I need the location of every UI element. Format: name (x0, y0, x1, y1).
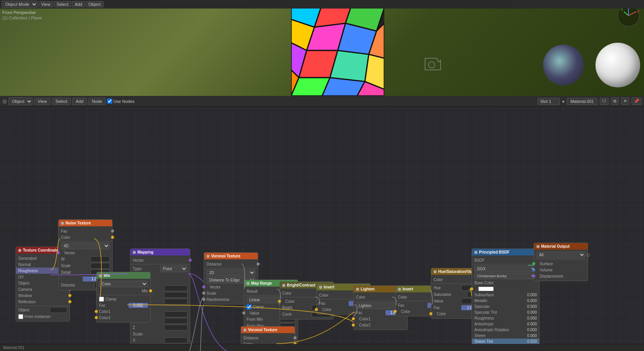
hs-color-in-socket[interactable] (429, 312, 432, 315)
principled-bsdf-node[interactable]: Principled BSDF BSDF GGX Christensen-Bur… (472, 248, 540, 351)
node-canvas[interactable]: Texture Coordinate Generated Normal Roug… (0, 107, 644, 351)
mo-surface-socket[interactable] (532, 262, 535, 265)
nt-scale-row: Scale 2.210 (59, 262, 112, 269)
nt-fac-socket[interactable] (111, 229, 114, 233)
mix-color1-socket[interactable] (95, 310, 98, 313)
pb-subsurface-method[interactable]: Christensen-Burley (474, 273, 537, 279)
lt-color2-socket[interactable] (352, 323, 355, 327)
tc-from-instancer-check[interactable] (18, 314, 23, 319)
node-editor: ⊙ Object View Select Add Node Use Nodes … (0, 96, 644, 351)
nt-color-socket[interactable] (111, 236, 114, 239)
v1-dim-select[interactable]: 2D (207, 269, 255, 276)
tc-object-input[interactable] (50, 307, 67, 313)
pb-subsurface-method-row: Christensen-Burley (472, 273, 539, 280)
mapping-rot-x[interactable]: 0° (164, 311, 187, 317)
voronoi2-header: Voronoi Texture (241, 327, 295, 333)
mr-value-socket[interactable] (242, 311, 245, 315)
v1-rand-socket[interactable] (202, 298, 205, 301)
pin-btn[interactable]: 📌 (632, 97, 642, 105)
nt-w-input[interactable]: 0.000 (90, 256, 110, 262)
mapping-loc-y[interactable]: 0 cm (164, 292, 187, 298)
slot-select[interactable]: Slot 1 (538, 98, 560, 105)
mapping-type-select[interactable]: Point (160, 266, 187, 272)
mix-out-socket[interactable] (149, 289, 152, 292)
view-button[interactable]: View (38, 1, 53, 7)
add-button-top[interactable]: Add (72, 1, 85, 7)
pb-bsdf-out-row: BSDF (472, 257, 539, 263)
viewport-perspective-label: Front Perspective (2, 10, 36, 15)
lt-color1-socket[interactable] (352, 317, 355, 320)
mo-displacement-socket[interactable] (532, 275, 535, 278)
nt-scale-input[interactable]: 2.210 (90, 263, 110, 269)
top-toolbar: Object Mode View Select Add Object (0, 0, 644, 9)
viewport-collection-label: (1) Collection | Plane (2, 16, 42, 20)
mix-body: Color Mix Clamp Fac Color1 (97, 279, 150, 322)
v1-vector-socket[interactable] (202, 285, 205, 288)
svg-point-26 (429, 62, 435, 68)
nt-dimension-select[interactable]: 4D (61, 243, 110, 249)
node-dot (61, 222, 64, 225)
mix-out-row: Mix (97, 288, 150, 294)
material-name-button[interactable]: Material.001 (567, 98, 597, 105)
use-nodes-checkbox[interactable] (107, 99, 112, 104)
mo-displacement-row: Displacement (534, 273, 588, 279)
node-dot (356, 288, 359, 291)
pb-base-color-socket[interactable] (470, 287, 473, 290)
unlink-material-btn[interactable]: ✕ (621, 97, 629, 105)
bc-color-in-socket[interactable] (278, 300, 281, 303)
mapping-loc-z[interactable]: 0 cm (164, 299, 187, 304)
node-node-button[interactable]: Node (89, 98, 106, 105)
mix-color1-row: Color1 (97, 308, 150, 315)
top-viewport: Object Mode View Select Add Object Front… (0, 0, 644, 96)
mapping-vector-out-socket[interactable] (189, 259, 192, 262)
nt-color-row: Color (59, 234, 112, 240)
mapping-rot-z-row: Z 0° (130, 324, 190, 331)
mapping-loc-x[interactable]: 0 cm (164, 285, 187, 291)
nt-w-row: W 0.000 (59, 256, 112, 262)
copy-material-btn[interactable]: ⧉ (611, 97, 619, 105)
voronoi1-header: Voronoi Texture (204, 253, 258, 259)
mix-type-select[interactable]: Color (99, 281, 148, 287)
nt-fac-row: Fac (59, 228, 112, 234)
node-add-button[interactable]: Add (72, 98, 87, 105)
pb-specular-tint-row: Specular Tint 0.000 (472, 309, 539, 315)
nt-vector-socket[interactable] (57, 251, 60, 254)
mix-color2-socket[interactable] (95, 316, 98, 319)
pb-anisotropic-rot-row: Anisotropic Rotation 0.000 (472, 327, 539, 333)
mapping-rot-y[interactable]: 0° (164, 318, 187, 324)
object-button[interactable]: Object (86, 1, 104, 7)
mix-type-row: Color (97, 280, 150, 288)
mix-fac-input[interactable] (128, 303, 148, 308)
mr-clamp-check[interactable] (246, 304, 252, 309)
status-bar: Material.001 (0, 344, 644, 351)
inv1-color-in-socket[interactable] (315, 308, 318, 311)
tc-window-socket[interactable] (68, 294, 71, 297)
node-view-button[interactable]: View (34, 98, 50, 105)
node-dot (398, 288, 401, 291)
v2-distance-socket[interactable] (293, 336, 297, 339)
object-mode-select[interactable]: Object Mode (2, 1, 38, 8)
v1-distance-socket[interactable] (257, 262, 260, 266)
use-nodes-toggle[interactable]: Use Nodes (107, 99, 134, 104)
pb-base-color-swatch[interactable] (478, 287, 494, 291)
mix-clamp-check[interactable] (99, 297, 104, 302)
mo-volume-socket[interactable] (532, 268, 535, 271)
mapping-scale-x[interactable]: 1.000 (164, 337, 187, 343)
mapping-rot-z[interactable]: 0° (164, 325, 187, 330)
mo-surface-row: Surface (534, 261, 588, 267)
editor-type-select[interactable]: Object (9, 97, 33, 105)
shield-icon-btn[interactable]: 🛡 (600, 98, 609, 105)
mo-target-select[interactable]: All (536, 252, 585, 258)
v1-scale-socket[interactable] (202, 292, 205, 295)
pb-dist-select[interactable]: GGX (474, 266, 537, 272)
tc-reflection-socket[interactable] (68, 300, 71, 303)
material-output-node[interactable]: Material Output All Surface Volume (534, 243, 588, 281)
node-dot (434, 270, 437, 273)
pb-dist-row: GGX (472, 265, 539, 273)
node-select-button[interactable]: Select (52, 98, 71, 105)
map-range-title: Map Range (251, 281, 272, 285)
inv2-color-in-socket[interactable] (394, 310, 397, 313)
material-output-body: All Surface Volume Displacement (534, 250, 588, 281)
mix-node[interactable]: Mix Color Mix Clamp Fac (96, 272, 151, 323)
select-button-top[interactable]: Select (54, 1, 71, 7)
